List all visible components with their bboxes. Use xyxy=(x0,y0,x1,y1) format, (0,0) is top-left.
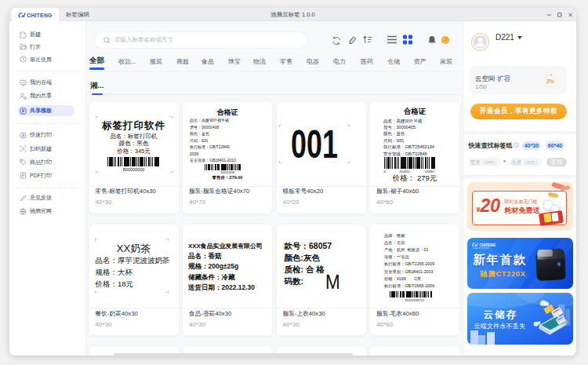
svg-text:2%: 2% xyxy=(546,78,554,84)
svg-text:CHITENG: CHITENG xyxy=(27,13,53,18)
svg-text:条码标签 专业制造: 条码标签 专业制造 xyxy=(472,246,489,249)
